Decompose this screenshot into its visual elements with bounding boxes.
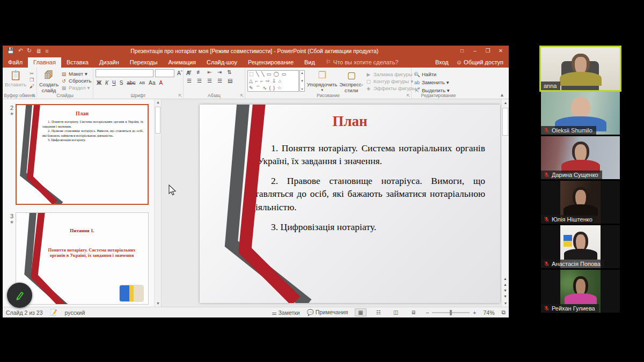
- section-button[interactable]: ▩Раздел ▾: [61, 85, 91, 91]
- columns-button[interactable]: ▤: [226, 78, 233, 84]
- video-tile-reikhan-hulieva[interactable]: Рейхан Гулиева: [541, 270, 620, 313]
- thumbnail-scrollbar[interactable]: ▲ ▼: [154, 99, 161, 307]
- collapse-ribbon-icon[interactable]: ▲: [500, 92, 504, 98]
- find-button[interactable]: 🔍Найти: [414, 71, 450, 77]
- bold-button[interactable]: Ж: [96, 80, 103, 86]
- ribbon-display-options-button[interactable]: □: [456, 48, 468, 54]
- arrange-button[interactable]: ❐ Упорядочить▾: [307, 69, 338, 92]
- cut-button[interactable]: ✂: [28, 71, 35, 76]
- zoom-handle[interactable]: [450, 310, 452, 315]
- participant-panel: anna Oleksii Shumilo Дарина Сущенко: [541, 47, 620, 314]
- text-shadow-button[interactable]: S: [119, 80, 125, 86]
- copy-button[interactable]: ❐: [28, 77, 35, 83]
- replace-button[interactable]: abЗаменить ▾: [414, 79, 450, 85]
- slide3-thumbnail[interactable]: Питання 1. Поняття нотаріату. Система но…: [16, 212, 149, 305]
- font-color-button[interactable]: А: [158, 80, 164, 86]
- zoom-level[interactable]: 74%: [483, 309, 494, 316]
- tab-home[interactable]: Главная: [28, 57, 61, 68]
- align-left-button[interactable]: ☰: [186, 78, 193, 84]
- annotation-pen-tool[interactable]: [7, 283, 32, 308]
- tab-transitions[interactable]: Переходы: [125, 57, 163, 68]
- close-button[interactable]: ✕: [495, 48, 507, 54]
- save-icon[interactable]: 💾: [7, 47, 14, 54]
- customize-qat-icon[interactable]: ≡: [45, 48, 48, 54]
- reset-button[interactable]: ↺Сбросить: [61, 78, 91, 84]
- ribbon-tab-row: Файл Главная Вставка Дизайн Переходы Ани…: [3, 56, 509, 68]
- clipboard-dialog-launcher[interactable]: ⇱: [32, 93, 35, 98]
- font-size-combo[interactable]: [155, 69, 174, 77]
- video-tile-yuliia-nishtenko[interactable]: Юлія Ніштенко: [541, 181, 620, 224]
- bullets-button[interactable]: ≣: [186, 69, 192, 75]
- slide-indicator[interactable]: Слайд 2 из 23: [6, 309, 43, 316]
- slide-scrollbar[interactable]: ▲ ▲▲ ▼▼ ▼: [501, 99, 509, 307]
- drawing-dialog-launcher[interactable]: ⇱: [406, 93, 410, 98]
- zoom-slider[interactable]: − +: [426, 309, 476, 316]
- participant-name-label: Дарина Сущенко: [541, 171, 602, 179]
- zoom-out-icon[interactable]: −: [426, 309, 429, 316]
- align-center-button[interactable]: ☰: [196, 78, 203, 84]
- strikethrough-button[interactable]: abc: [126, 80, 136, 86]
- paste-button[interactable]: 📋 Вставить: [5, 69, 26, 87]
- paragraph-dialog-launcher[interactable]: ⇱: [240, 93, 244, 98]
- shapes-gallery-scroll[interactable]: ▲▼▾: [299, 70, 305, 92]
- justify-button[interactable]: ☰: [216, 78, 223, 84]
- tab-view[interactable]: Вид: [299, 57, 320, 68]
- redo-icon[interactable]: ↻: [27, 47, 32, 54]
- language-indicator[interactable]: русский: [65, 309, 85, 316]
- share-button[interactable]: ☺ Общий доступ: [456, 59, 503, 65]
- ribbon: 📋 Вставить ✂ ❐ 🖌 Буфер обмена ⇱ 🗐 Создат…: [3, 68, 509, 99]
- quick-styles-button[interactable]: ▢ Экспресс-стили: [340, 69, 363, 93]
- start-slideshow-icon[interactable]: 🖥: [35, 48, 41, 54]
- slide-sorter-view-button[interactable]: ☷: [374, 309, 384, 316]
- grow-font-icon[interactable]: Aˆ: [176, 70, 184, 76]
- increase-indent-button[interactable]: ⇥: [216, 69, 223, 75]
- fit-to-window-icon[interactable]: ⧉: [502, 309, 506, 316]
- spell-check-icon[interactable]: 📝: [50, 309, 57, 316]
- decrease-indent-button[interactable]: ⇤: [206, 69, 213, 75]
- italic-button[interactable]: К: [104, 80, 109, 86]
- numbering-button[interactable]: ≢: [195, 69, 203, 75]
- video-tile-anna[interactable]: anna: [541, 47, 620, 90]
- restore-button[interactable]: ❐: [482, 48, 494, 54]
- video-tile-anastasiia-popova[interactable]: Анастасія Попова: [541, 225, 620, 268]
- participant-video: [564, 232, 597, 260]
- minimize-button[interactable]: –: [469, 48, 481, 54]
- line-spacing-button[interactable]: ⇅: [226, 69, 232, 75]
- normal-view-button[interactable]: ▦: [355, 308, 366, 316]
- tab-file[interactable]: Файл: [3, 57, 28, 68]
- slide-editing-area[interactable]: План 1. Поняття нотаріату. Система нотар…: [162, 99, 509, 307]
- layout-button[interactable]: ▤Макет ▾: [61, 71, 91, 77]
- undo-icon[interactable]: ↶: [18, 47, 23, 54]
- zoom-in-icon[interactable]: +: [473, 309, 476, 316]
- next-slide-button[interactable]: ▼▼: [502, 287, 509, 299]
- video-tile-daryna-sushchenko[interactable]: Дарина Сущенко: [541, 136, 620, 179]
- slideshow-view-button[interactable]: 🖥: [408, 309, 419, 316]
- change-case-button[interactable]: Аа: [148, 80, 156, 86]
- tab-animations[interactable]: Анимация: [163, 57, 201, 68]
- notes-button[interactable]: ⚌ Заметки: [272, 309, 300, 316]
- new-slide-button[interactable]: 🗐 Создать слайд: [39, 69, 58, 93]
- tab-slideshow[interactable]: Слайд-шоу: [201, 57, 243, 68]
- reading-view-button[interactable]: ◫: [391, 309, 401, 316]
- tab-insert[interactable]: Вставка: [61, 57, 94, 68]
- slide2-thumbnail[interactable]: План 1. Поняття нотаріату. Система нотар…: [16, 104, 149, 205]
- video-tile-oleksii-shumilo[interactable]: Oleksii Shumilo: [541, 92, 620, 135]
- shapes-gallery[interactable]: ⬚ ╲ ╲ ▭ ◯ ▭ △ ⌐ ⌐ ⇨ ⇩ ⌂ ✎ ⌒ ∿ ( ) ☆: [247, 70, 299, 92]
- current-slide-canvas[interactable]: План 1. Поняття нотаріату. Система нотар…: [200, 105, 500, 303]
- previous-slide-button[interactable]: ▲▲: [502, 276, 509, 287]
- reset-icon: ↺: [61, 78, 67, 84]
- sign-in-link[interactable]: Вход: [435, 59, 449, 65]
- underline-button[interactable]: Ч: [111, 80, 117, 86]
- char-spacing-button[interactable]: АВ: [138, 80, 146, 85]
- tab-review[interactable]: Рецензирование: [243, 57, 299, 68]
- font-dialog-launcher[interactable]: ⇱: [178, 93, 182, 98]
- align-right-button[interactable]: ☰: [206, 78, 213, 84]
- format-painter-button[interactable]: 🖌: [28, 84, 35, 89]
- font-name-combo[interactable]: [96, 69, 153, 77]
- tab-design[interactable]: Дизайн: [94, 57, 125, 68]
- quick-access-toolbar: 💾 ↶ ↻ 🖥 ≡: [3, 47, 53, 54]
- brush-icon: 🖌: [28, 84, 35, 89]
- tell-me-box[interactable]: ⚐ Что вы хотите сделать?: [320, 57, 404, 68]
- comments-button[interactable]: 💬 Примечания: [307, 309, 348, 316]
- participant-name-label: Oleksii Shumilo: [541, 126, 596, 135]
